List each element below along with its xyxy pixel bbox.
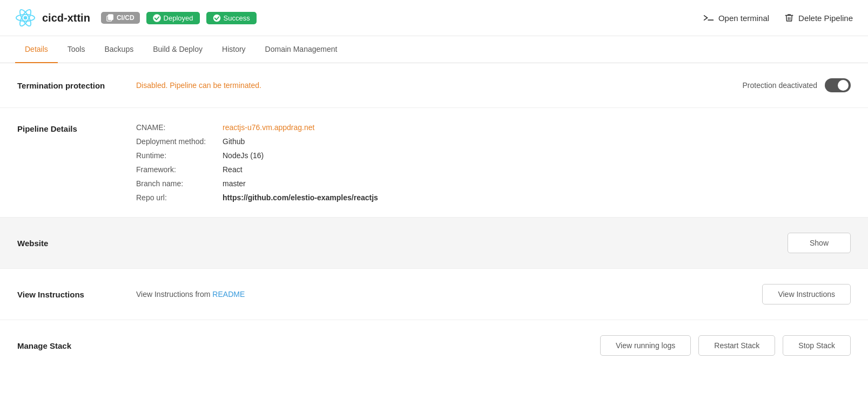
pipeline-row-framework: Framework: React: [136, 165, 851, 174]
restart-stack-button[interactable]: Restart Stack: [698, 335, 775, 356]
terminal-icon: [703, 13, 714, 23]
svg-rect-5: [108, 15, 113, 20]
svg-point-9: [213, 14, 220, 22]
runtime-key: Runtime:: [136, 151, 223, 160]
tab-history[interactable]: History: [212, 36, 255, 63]
cname-key: CNAME:: [136, 123, 223, 132]
pipeline-row-cname: CNAME: reactjs-u76.vm.appdrag.net: [136, 123, 851, 132]
toggle-slider: [825, 78, 851, 92]
stack-buttons: View running logs Restart Stack Stop Sta…: [600, 335, 851, 356]
manage-stack-label: Manage Stack: [17, 341, 136, 350]
cicd-badge: CI/CD: [101, 12, 140, 24]
website-section: Website Show: [0, 218, 868, 269]
website-action: Show: [788, 233, 851, 253]
trash-icon: [784, 12, 794, 23]
view-instructions-action: View Instructions: [762, 284, 851, 304]
success-badge: Success: [206, 12, 257, 24]
protection-toggle-wrap: Protection deactivated: [742, 78, 851, 92]
cname-value: reactjs-u76.vm.appdrag.net: [223, 123, 314, 132]
delete-pipeline-button[interactable]: Delete Pipeline: [784, 12, 853, 23]
termination-protection-section: Termination protection Disabled. Pipelin…: [0, 63, 868, 108]
deployed-badge: Deployed: [146, 12, 200, 24]
pipeline-details-section: Pipeline Details CNAME: reactjs-u76.vm.a…: [0, 108, 868, 218]
deployment-method-key: Deployment method:: [136, 137, 223, 146]
termination-protection-label: Termination protection: [17, 81, 136, 90]
check-circle-success-icon: [213, 14, 221, 22]
header-right: Open terminal Delete Pipeline: [703, 12, 853, 23]
runtime-value: NodeJs (16): [223, 151, 264, 160]
protection-toggle-label: Protection deactivated: [742, 81, 817, 90]
pipeline-details-label: Pipeline Details: [17, 123, 136, 133]
header-left: cicd-xttin CI/CD Deployed Success: [15, 8, 703, 28]
stop-stack-button[interactable]: Stop Stack: [783, 335, 851, 356]
app-title: cicd-xttin: [42, 12, 90, 24]
view-instructions-button[interactable]: View Instructions: [762, 284, 851, 304]
view-instructions-body: View Instructions from README: [136, 290, 762, 299]
branch-key: Branch name:: [136, 179, 223, 188]
pipeline-row-runtime: Runtime: NodeJs (16): [136, 151, 851, 160]
tab-backups[interactable]: Backups: [95, 36, 143, 63]
manage-stack-section: Manage Stack View running logs Restart S…: [0, 320, 868, 371]
termination-description: Disabled. Pipeline can be terminated.: [136, 81, 261, 90]
view-running-logs-button[interactable]: View running logs: [600, 335, 691, 356]
tab-details[interactable]: Details: [15, 36, 58, 63]
repo-key: Repo url:: [136, 193, 223, 202]
pipeline-row-repo: Repo url: https://github.com/elestio-exa…: [136, 193, 851, 202]
branch-value: master: [223, 179, 246, 188]
tabs-bar: Details Tools Backups Build & Deploy His…: [0, 36, 868, 63]
pipeline-row-deployment-method: Deployment method: Github: [136, 137, 851, 146]
svg-point-0: [24, 16, 28, 20]
view-instructions-section: View Instructions View Instructions from…: [0, 269, 868, 320]
readme-description: View Instructions from README: [136, 290, 245, 299]
framework-value: React: [223, 165, 243, 174]
tab-tools[interactable]: Tools: [58, 36, 95, 63]
deployment-method-value: Github: [223, 137, 245, 146]
termination-toggle[interactable]: [825, 78, 851, 92]
open-terminal-button[interactable]: Open terminal: [703, 13, 769, 23]
tab-domain-management[interactable]: Domain Management: [255, 36, 347, 63]
website-label: Website: [17, 239, 136, 248]
readme-link: README: [212, 290, 245, 299]
show-button[interactable]: Show: [788, 233, 851, 253]
header: cicd-xttin CI/CD Deployed Success Open t…: [0, 0, 868, 36]
react-logo-icon: [15, 8, 36, 28]
pipeline-row-branch: Branch name: master: [136, 179, 851, 188]
repo-value: https://github.com/elestio-examples/reac…: [223, 193, 378, 202]
copy-icon: [106, 14, 114, 22]
main-content: Termination protection Disabled. Pipelin…: [0, 63, 868, 371]
pipeline-details-table: CNAME: reactjs-u76.vm.appdrag.net Deploy…: [136, 123, 851, 202]
framework-key: Framework:: [136, 165, 223, 174]
tab-build-deploy[interactable]: Build & Deploy: [143, 36, 212, 63]
view-instructions-label: View Instructions: [17, 290, 136, 299]
check-circle-icon: [153, 14, 161, 22]
